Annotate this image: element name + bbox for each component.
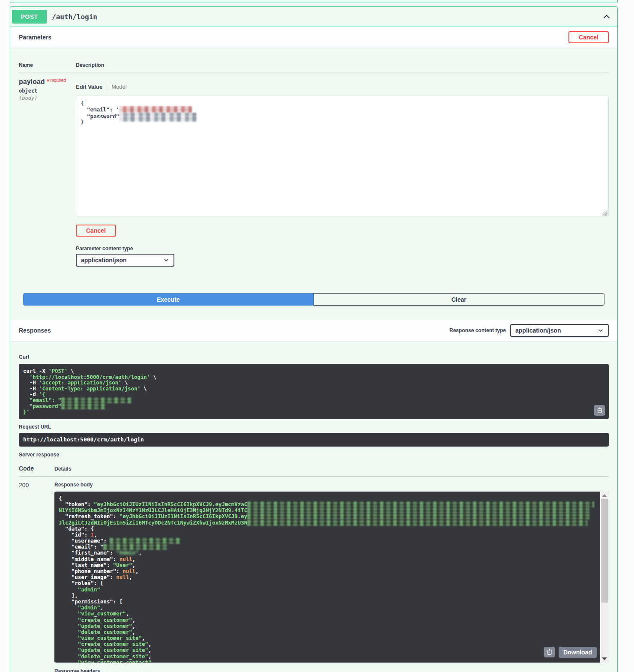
code-token: N1YiI6MSwibmJmIjoxNzI4NzY1NzU3LCJleHAiOj… — [59, 507, 247, 513]
code-token: null — [116, 574, 129, 580]
code-line: "create_customer_site", — [59, 641, 596, 647]
code-token: "username": — [59, 537, 110, 544]
code-line: "permissions": [ — [59, 598, 596, 604]
redacted-value — [110, 538, 180, 544]
code-line: "email": " — [59, 543, 596, 549]
tab-model[interactable]: Model — [111, 84, 126, 90]
code-line: "middle_name": null, — [59, 556, 596, 562]
copy-response-button[interactable] — [544, 647, 555, 657]
code-token: "email": " — [23, 397, 61, 403]
code-token: "password" — [23, 403, 61, 409]
code-token — [23, 374, 30, 380]
code-token: null — [123, 568, 135, 574]
clear-button[interactable]: Clear — [314, 293, 605, 306]
code-token: "token": — [59, 501, 94, 507]
code-line: N1YiI6MSwibmJmIjoxNzI4NzY1NzU3LCJleHAiOj… — [59, 507, 596, 513]
code-line: "data": { — [59, 525, 596, 531]
code-token: , — [132, 556, 135, 562]
code-token: "eyJhbGciOiJIUzI1NiIsInR5cCI6IkpXVCJ9.ey… — [94, 501, 247, 507]
code-token: "delete_customer_site" — [59, 653, 148, 660]
code-token: \ — [141, 386, 147, 392]
divider — [19, 72, 609, 72]
response-headers-label: Response headers — [54, 668, 609, 672]
endpoint-summary[interactable]: POST /auth/login — [10, 7, 617, 27]
tab-edit-value[interactable]: Edit Value — [76, 84, 102, 90]
code-token: { — [59, 495, 62, 501]
execute-button[interactable]: Execute — [23, 293, 314, 306]
resize-handle[interactable] — [602, 210, 607, 216]
code-token: , — [148, 653, 151, 660]
response-body[interactable]: { "token": "eyJhbGciOiJIUzI1NiIsInR5cCI6… — [54, 492, 609, 663]
code-token: "Admin" — [116, 549, 138, 556]
column-description: Description — [76, 62, 104, 68]
code-line: "refresh_token": "eyJhbGciOiJIUzI1NiIsIn… — [59, 513, 596, 519]
code-token: , — [132, 562, 135, 568]
server-response-row: 200 Response body { "token": "eyJhbGciOi… — [19, 482, 609, 672]
response-body-wrap: { "token": "eyJhbGciOiJIUzI1NiIsInR5cCI6… — [54, 492, 609, 663]
code-token: "update_customer" — [59, 623, 132, 629]
code-line: "delete_customer_site", — [59, 653, 596, 659]
code-token: "email": " — [59, 543, 103, 550]
server-response-label: Server response — [19, 452, 609, 458]
scroll-down-icon[interactable] — [602, 657, 607, 660]
code-token: "phone_number": — [59, 568, 123, 574]
request-body-editor[interactable]: { "email": ' "password"} — [76, 96, 609, 216]
code-token: , — [148, 641, 151, 647]
copy-icon — [546, 649, 553, 655]
code-token: ], — [59, 592, 78, 599]
code-line: "view_customer_site", — [59, 635, 596, 641]
code-token: , — [142, 635, 145, 641]
code-line: -d '{ — [23, 391, 604, 397]
code-token: "password" — [81, 113, 119, 120]
code-token: -H — [23, 386, 39, 392]
tab-separator — [107, 83, 107, 90]
cancel-edit-button[interactable]: Cancel — [76, 225, 116, 237]
execute-wrapper: Execute Clear — [23, 293, 604, 306]
response-scrollbar[interactable] — [600, 492, 609, 663]
code-token: "delete_customer" — [59, 629, 132, 635]
parameter-in: (body) — [19, 95, 76, 101]
code-token: , — [94, 531, 97, 538]
server-response-table-head: Code Details — [19, 465, 609, 472]
code-line: "password" — [23, 403, 604, 409]
response-content-type-select[interactable]: application/json — [510, 324, 609, 337]
parameter-meta: payload *required object (body) — [19, 78, 76, 267]
code-line: "user_image": null, — [59, 574, 596, 580]
select-chevron-icon — [163, 257, 169, 263]
response-body-label: Response body — [54, 482, 609, 488]
parameter-description: Edit Value Model { "email": ' "password"… — [76, 78, 609, 267]
code-line: "password" — [81, 113, 604, 119]
download-button[interactable]: Download — [559, 647, 597, 658]
code-token: "refresh_token": — [59, 513, 120, 519]
code-line: "update_customer", — [59, 623, 596, 629]
code-line: "username": — [59, 537, 596, 543]
selected-response-content-type: application/json — [515, 327, 598, 334]
request-url-label: Request URL — [19, 424, 609, 430]
responses-header: Responses Response content type applicat… — [10, 320, 617, 341]
parameters-body: Name Description payload *required objec… — [10, 62, 617, 306]
parameter-row: payload *required object (body) Edit Val… — [19, 78, 609, 267]
code-line: 'http://localhost:5000/crm/auth/login' \ — [23, 374, 604, 380]
parameter-type: object — [19, 88, 76, 94]
opblock-post-auth-login: POST /auth/login Parameters Cancel Name … — [10, 6, 618, 672]
redacted-value — [119, 113, 197, 122]
endpoint-path: /auth/login — [52, 13, 97, 21]
scrollbar-thumb[interactable] — [601, 499, 608, 603]
code-token: , — [148, 647, 151, 653]
code-token: "user_image": — [59, 574, 116, 580]
cancel-try-out-button[interactable]: Cancel — [568, 31, 609, 43]
scroll-up-icon[interactable] — [602, 494, 607, 497]
code-line: "view_customer_contact", — [59, 659, 596, 663]
code-line: curl -X 'POST' \ — [23, 368, 604, 374]
code-token: }' — [23, 409, 30, 415]
copy-curl-button[interactable] — [594, 405, 605, 416]
parameter-content-type-select[interactable]: application/json — [76, 254, 174, 267]
code-line: "email": " — [23, 397, 604, 403]
code-token: , — [100, 604, 103, 611]
code-line: "last_name": "User", — [59, 562, 596, 568]
code-token: Jlc2giLCJzdWIiOjEsIm5iZiI6MTcyODc2NTc1Ny… — [59, 519, 247, 526]
code-line: "delete_customer", — [59, 629, 596, 635]
code-token: "admin" — [59, 604, 100, 611]
redacted-value — [247, 520, 588, 526]
collapse-chevron-icon[interactable] — [602, 12, 611, 21]
